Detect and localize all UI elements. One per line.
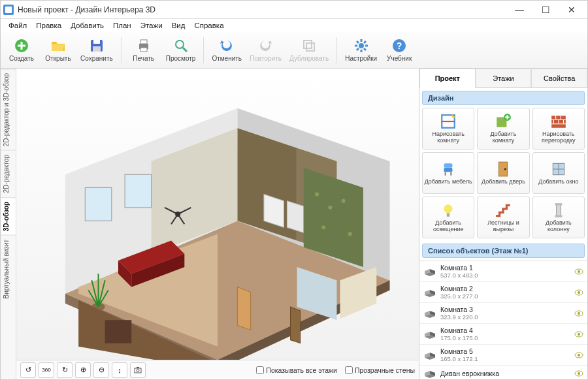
svg-rect-5 bbox=[93, 46, 101, 52]
design-cell-window[interactable]: Добавить окно bbox=[532, 152, 585, 194]
design-cell-wall[interactable]: Нарисовать перегородку bbox=[532, 108, 585, 150]
undo-icon bbox=[219, 38, 235, 54]
viewport-3d[interactable]: ↺ 360 ↻ ⊕ ⊖ ↕ Показывать все этажи Прозр… bbox=[16, 69, 419, 379]
object-row[interactable]: Комната 1537.0 x 483.0 bbox=[419, 261, 587, 282]
design-cell-chair[interactable]: Добавить мебель bbox=[422, 152, 474, 194]
svg-rect-74 bbox=[444, 163, 453, 168]
svg-rect-65 bbox=[551, 116, 566, 119]
camera-button[interactable] bbox=[130, 362, 146, 378]
window-title: Новый проект - Дизайн Интерьера 3D bbox=[18, 5, 506, 14]
objects-header: Список объектов (Этаж №1) bbox=[422, 244, 585, 258]
minimize-button[interactable]: — bbox=[506, 1, 532, 19]
toolbar-settings-button[interactable]: Настройки bbox=[342, 34, 380, 67]
object3d-icon bbox=[423, 368, 436, 379]
svg-marker-49 bbox=[237, 287, 250, 330]
design-cell-stairs[interactable]: Лестницы и вырезы bbox=[477, 197, 529, 238]
visibility-icon[interactable] bbox=[574, 331, 583, 338]
svg-point-43 bbox=[328, 206, 332, 210]
object3d-icon bbox=[423, 266, 436, 277]
printer-icon bbox=[136, 38, 152, 54]
menu-plan[interactable]: План bbox=[109, 20, 135, 31]
gear-icon bbox=[353, 38, 369, 54]
rtab-0[interactable]: Проект bbox=[419, 69, 476, 88]
svg-point-91 bbox=[578, 270, 580, 273]
design-cell-column[interactable]: Добавить колонну bbox=[532, 197, 585, 238]
vtab-3[interactable]: Виртуальный визит bbox=[1, 235, 16, 303]
redo-icon bbox=[257, 38, 273, 54]
vtab-2[interactable]: 3D-обзор bbox=[1, 197, 16, 235]
design-cell-door[interactable]: Добавить дверь bbox=[477, 152, 529, 194]
svg-point-101 bbox=[578, 312, 580, 315]
toolbar-save-button[interactable]: Сохранить bbox=[78, 34, 116, 67]
visibility-icon[interactable] bbox=[574, 352, 583, 358]
rotate-left-button[interactable]: ↺ bbox=[20, 362, 36, 378]
design-cell-add-room[interactable]: Добавить комнату bbox=[477, 108, 529, 150]
menu-view[interactable]: Вид bbox=[168, 20, 189, 31]
svg-rect-84 bbox=[557, 204, 561, 215]
view-360-button[interactable]: 360 bbox=[39, 362, 54, 378]
object-row[interactable]: Диван еврокнижка bbox=[419, 366, 587, 379]
vtab-0[interactable]: 2D-редактор и 3D-обзор bbox=[1, 69, 16, 150]
toolbar-open-button[interactable]: Открыть bbox=[41, 34, 75, 67]
right-panel: ПроектЭтажиСвойства Дизайн Нарисовать ко… bbox=[419, 69, 587, 379]
svg-rect-8 bbox=[140, 48, 147, 52]
design-cell-bulb[interactable]: Добавить освещение bbox=[422, 197, 474, 238]
stairs-icon bbox=[495, 202, 512, 219]
visibility-icon[interactable] bbox=[574, 289, 583, 296]
transparent-walls-check[interactable]: Прозрачные стены bbox=[345, 366, 415, 374]
menu-file[interactable]: Файл bbox=[5, 20, 31, 31]
svg-point-116 bbox=[578, 372, 580, 375]
svg-point-13 bbox=[359, 43, 364, 48]
object-row[interactable]: Комната 2325.0 x 277.0 bbox=[419, 282, 587, 303]
rotate-right-button[interactable]: ↻ bbox=[57, 362, 73, 378]
visibility-icon[interactable] bbox=[574, 310, 583, 317]
svg-rect-86 bbox=[555, 215, 562, 217]
magnifier-icon bbox=[173, 38, 189, 54]
rtab-2[interactable]: Свойства bbox=[531, 69, 587, 88]
object3d-icon bbox=[423, 329, 436, 340]
svg-rect-11 bbox=[304, 40, 312, 48]
menu-help[interactable]: Справка bbox=[190, 20, 227, 31]
svg-rect-83 bbox=[447, 213, 449, 216]
svg-line-18 bbox=[357, 41, 359, 43]
zoom-out-button[interactable]: ⊖ bbox=[93, 362, 109, 378]
menu-floors[interactable]: Этажи bbox=[137, 20, 167, 31]
viewport-toolbar: ↺ 360 ↻ ⊕ ⊖ ↕ Показывать все этажи Прозр… bbox=[16, 360, 419, 379]
chair-icon bbox=[440, 161, 457, 178]
zoom-in-button[interactable]: ⊕ bbox=[75, 362, 91, 378]
svg-line-19 bbox=[364, 48, 366, 50]
svg-rect-67 bbox=[551, 124, 566, 127]
toolbar: СоздатьОткрытьСохранитьПечатьПросмотрОтм… bbox=[1, 32, 587, 69]
svg-rect-12 bbox=[306, 43, 314, 51]
menu-add[interactable]: Добавить bbox=[67, 20, 108, 31]
show-all-floors-check[interactable]: Показывать все этажи bbox=[256, 366, 337, 374]
add-room-icon bbox=[495, 113, 512, 130]
door-icon bbox=[495, 161, 512, 178]
pan-button[interactable]: ↕ bbox=[112, 362, 127, 378]
toolbar-preview-button[interactable]: Просмотр bbox=[163, 34, 199, 67]
vtab-1[interactable]: 2D-редактор bbox=[1, 150, 16, 197]
visibility-icon[interactable] bbox=[574, 370, 583, 377]
design-cell-draw-room[interactable]: Нарисовать комнату bbox=[422, 108, 474, 150]
toolbar-create-button[interactable]: Создать bbox=[5, 34, 39, 67]
svg-point-45 bbox=[321, 225, 325, 229]
svg-line-21 bbox=[364, 41, 366, 43]
object-row[interactable]: Комната 4175.0 x 175.0 bbox=[419, 324, 587, 345]
svg-point-82 bbox=[444, 204, 453, 213]
app-icon bbox=[3, 5, 14, 15]
scene-3d[interactable] bbox=[16, 69, 419, 360]
folder-open-icon bbox=[50, 38, 66, 54]
maximize-button[interactable]: ☐ bbox=[532, 1, 559, 19]
visibility-icon[interactable] bbox=[574, 268, 583, 275]
vertical-tabs: 2D-редактор и 3D-обзор2D-редактор3D-обзо… bbox=[1, 69, 16, 379]
close-button[interactable]: ✕ bbox=[559, 1, 585, 19]
menu-edit[interactable]: Правка bbox=[32, 20, 65, 31]
rtab-1[interactable]: Этажи bbox=[476, 69, 532, 88]
toolbar-undo-button[interactable]: Отменить bbox=[209, 34, 244, 67]
svg-rect-1 bbox=[5, 7, 12, 13]
toolbar-help-button[interactable]: ?Учебник bbox=[382, 34, 416, 67]
object-row[interactable]: Комната 3323.9 x 220.0 bbox=[419, 303, 587, 324]
object-row[interactable]: Комната 5165.0 x 172.1 bbox=[419, 345, 587, 366]
svg-point-60 bbox=[137, 369, 139, 372]
toolbar-print-button[interactable]: Печать bbox=[127, 34, 161, 67]
